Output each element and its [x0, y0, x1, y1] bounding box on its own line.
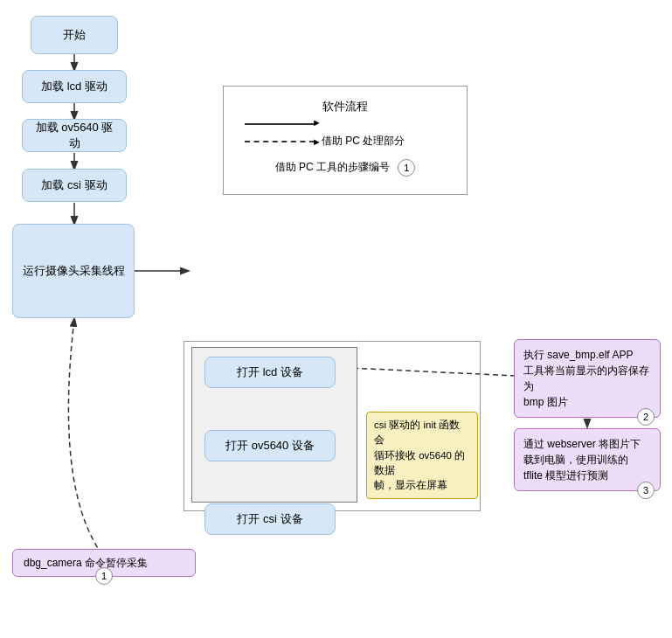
open-lcd-node: 打开 lcd 设备 [204, 357, 336, 388]
dbg-badge: 1 [95, 567, 113, 585]
open-ov5640-node: 打开 ov5640 设备 [204, 430, 336, 461]
load-csi-node: 加载 csi 驱动 [22, 169, 127, 202]
dashed-line-icon [245, 141, 315, 142]
dbg-camera-box: dbg_camera 命令暂停采集 1 [12, 549, 196, 577]
solid-line-icon [245, 123, 315, 125]
start-node: 开始 [31, 16, 118, 54]
legend-solid-row [245, 123, 446, 125]
legend-dashed-row: 借助 PC 处理部分 [245, 134, 446, 149]
legend-box: 软件流程 借助 PC 处理部分 借助 PC 工具的步骤编号 1 [223, 86, 468, 195]
legend-badge-1: 1 [398, 159, 415, 177]
note2-badge: 2 [637, 408, 655, 426]
legend-step-label: 借助 PC 工具的步骤编号 [275, 161, 390, 173]
load-ov5640-node: 加载 ov5640 驱动 [22, 119, 127, 152]
inner-group-box: 打开 lcd 设备 打开 ov5640 设备 打开 csi 设备 [191, 347, 357, 503]
note2-box: 执行 save_bmp.elf APP 工具将当前显示的内容保存为 bmp 图片… [514, 339, 661, 418]
open-csi-node: 打开 csi 设备 [204, 503, 336, 535]
run-camera-node: 运行摄像头采集线程 [12, 224, 135, 318]
csi-desc-box: csi 驱动的 init 函数会 循环接收 ov5640 的数据 帧，显示在屏幕 [366, 412, 478, 499]
note3-badge: 3 [637, 482, 655, 499]
outer-group-box: 打开 lcd 设备 打开 ov5640 设备 打开 csi 设备 csi 驱动的… [184, 341, 481, 511]
load-lcd-node: 加载 lcd 驱动 [22, 70, 127, 103]
legend-title: 软件流程 [322, 100, 368, 113]
note3-box: 通过 webserver 将图片下 载到电脑，使用训练的 tflite 模型进行… [514, 428, 661, 491]
